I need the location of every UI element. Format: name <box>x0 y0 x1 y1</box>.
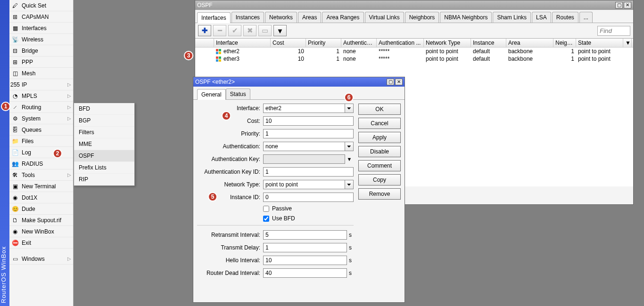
auth-key-id-input[interactable] <box>263 167 354 177</box>
submenu-item-prefix-lists[interactable]: Prefix Lists <box>74 162 134 174</box>
column-header[interactable]: Authentication ... <box>377 39 424 47</box>
menu-icon: ⟋ <box>11 104 19 111</box>
add-button[interactable]: ✚ <box>198 25 211 36</box>
cost-input[interactable] <box>263 116 354 126</box>
sidebar-item-new-terminal[interactable]: ▣New Terminal <box>9 181 73 192</box>
sidebar-item-routing[interactable]: ⟋Routing▷ <box>9 102 73 113</box>
sidebar-item-dot1x[interactable]: ◉Dot1X <box>9 192 73 203</box>
submenu-item-bfd[interactable]: BFD <box>74 103 134 115</box>
submenu-item-filters[interactable]: Filters <box>74 127 134 138</box>
use-bfd-checkbox[interactable] <box>263 216 269 222</box>
sidebar-item-wireless[interactable]: 📡Wireless <box>9 34 73 45</box>
menu-icon: 🗋 <box>11 217 19 224</box>
ospf-window-titlebar[interactable]: OSPF ▢ ✕ <box>195 0 633 10</box>
column-header[interactable]: Interface <box>214 39 271 47</box>
apply-button[interactable]: Apply <box>358 132 401 143</box>
column-header[interactable] <box>195 39 214 47</box>
column-header[interactable]: Cost <box>271 39 306 47</box>
passive-checkbox[interactable] <box>263 206 269 212</box>
sidebar-item-bridge[interactable]: ⊟Bridge <box>9 45 73 56</box>
auth-key-input[interactable] <box>263 154 345 164</box>
column-header[interactable]: Network Type <box>424 39 471 47</box>
close-button[interactable]: ✕ <box>395 79 403 85</box>
submenu-item-mme[interactable]: MME <box>74 138 134 150</box>
tab-status[interactable]: Status <box>226 89 250 99</box>
comment-button[interactable]: Comment <box>358 160 401 171</box>
maximize-button[interactable]: ▢ <box>615 2 623 8</box>
tab-nbma-neighbors[interactable]: NBMA Neighbors <box>440 12 492 23</box>
dropdown-arrow-icon[interactable]: ⏷ <box>345 180 354 189</box>
column-header[interactable]: Neigh... <box>553 39 576 47</box>
remove-button[interactable]: ━ <box>213 25 226 36</box>
submenu-item-rip[interactable]: RIP <box>74 174 134 185</box>
maximize-button[interactable]: ▢ <box>387 79 394 85</box>
tab-sham-links[interactable]: Sham Links <box>493 12 531 23</box>
ok-button[interactable]: OK <box>358 104 401 115</box>
sidebar-item-queues[interactable]: 🗄Queues <box>9 124 73 136</box>
dropdown-arrow-icon[interactable]: ▼ <box>345 154 354 164</box>
filter-button[interactable]: ▼ <box>273 25 287 36</box>
sidebar-item-exit[interactable]: ⛔Exit <box>9 237 73 249</box>
hello-interval-input[interactable] <box>263 256 347 265</box>
instance-id-input[interactable] <box>263 193 354 202</box>
sidebar-item-ip[interactable]: 255IP▷ <box>9 79 73 90</box>
router-dead-interval-input[interactable] <box>263 268 347 278</box>
submenu-item-bgp[interactable]: BGP <box>74 115 134 127</box>
sidebar-item-label: PPP <box>22 59 33 65</box>
dropdown-arrow-icon[interactable]: ⏷ <box>345 142 354 151</box>
table-header[interactable]: InterfaceCostPriorityAuthentica...Authen… <box>195 39 633 48</box>
sidebar-item-mesh[interactable]: ◫Mesh <box>9 68 73 79</box>
tab-interfaces[interactable]: Interfaces <box>197 12 231 23</box>
tab-lsa[interactable]: LSA <box>532 12 551 23</box>
column-header[interactable]: Authentica... <box>341 39 377 47</box>
copy-button[interactable]: Copy <box>358 174 401 185</box>
priority-input[interactable] <box>263 129 354 138</box>
sidebar-item-radius[interactable]: 👥RADIUS <box>9 158 73 169</box>
tab-neighbors[interactable]: Neighbors <box>405 12 439 23</box>
sidebar-item-system[interactable]: ⚙System▷ <box>9 113 73 124</box>
tab--[interactable]: ... <box>579 12 593 23</box>
sidebar-item-interfaces[interactable]: ▦Interfaces <box>9 23 73 34</box>
close-button[interactable]: ✕ <box>624 2 631 8</box>
sidebar-item-dude[interactable]: 😊Dude <box>9 203 73 215</box>
dropdown-arrow-icon[interactable]: ⏷ <box>345 104 354 113</box>
retransmit-interval-input[interactable] <box>263 230 347 240</box>
column-header[interactable]: Instance <box>471 39 506 47</box>
column-header[interactable]: Area <box>506 39 553 47</box>
sidebar-item-capsman[interactable]: ⊞CAPsMAN <box>9 11 73 23</box>
sidebar-item-make-supout-rif[interactable]: 🗋Make Supout.rif <box>9 215 73 226</box>
tab-instances[interactable]: Instances <box>231 12 264 23</box>
cancel-button[interactable]: Cancel <box>358 118 401 129</box>
sidebar-item-ppp[interactable]: ⊞PPP <box>9 56 73 68</box>
disable-button[interactable]: ✖ <box>243 25 256 36</box>
tab-networks[interactable]: Networks <box>265 12 297 23</box>
authentication-select[interactable] <box>263 142 345 151</box>
submenu-item-ospf[interactable]: OSPF <box>74 150 134 162</box>
table-row[interactable]: ether2101none*****point to pointdefaultb… <box>195 48 633 55</box>
sidebar-item-tools[interactable]: 🛠Tools▷ <box>9 169 73 181</box>
sidebar-item-new-winbox[interactable]: ◉New WinBox <box>9 226 73 237</box>
sidebar-item-windows[interactable]: ▭ Windows ▷ <box>9 253 73 265</box>
disable-button[interactable]: Disable <box>358 146 401 157</box>
tab-area-ranges[interactable]: Area Ranges <box>322 12 363 23</box>
table-row[interactable]: ether3101none*****point to pointdefaultb… <box>195 55 633 63</box>
network-type-select[interactable] <box>263 180 345 189</box>
comment-button[interactable]: ▭ <box>258 25 272 36</box>
column-header[interactable]: State <box>576 39 623 47</box>
sidebar-item-log[interactable]: 📄Log <box>9 147 73 158</box>
interface-select[interactable] <box>263 104 345 113</box>
detail-window-titlebar[interactable]: OSPF <ether2> ▢ ✕ <box>193 77 405 87</box>
column-menu-icon[interactable]: ▼ <box>623 39 632 47</box>
column-header[interactable]: Priority <box>306 39 341 47</box>
tab-areas[interactable]: Areas <box>298 12 321 23</box>
sidebar-item-quick-set[interactable]: 🖊Quick Set <box>9 0 73 11</box>
find-input[interactable] <box>597 26 630 36</box>
enable-button[interactable]: ✔ <box>228 25 241 36</box>
tab-routes[interactable]: Routes <box>552 12 578 23</box>
sidebar-item-mpls[interactable]: ◔MPLS▷ <box>9 90 73 102</box>
tab-virtual-links[interactable]: Virtual Links <box>365 12 404 23</box>
tab-general[interactable]: General <box>197 89 226 100</box>
transmit-delay-input[interactable] <box>263 243 347 252</box>
sidebar-item-files[interactable]: 📁Files <box>9 136 73 147</box>
remove-button[interactable]: Remove <box>358 188 401 200</box>
